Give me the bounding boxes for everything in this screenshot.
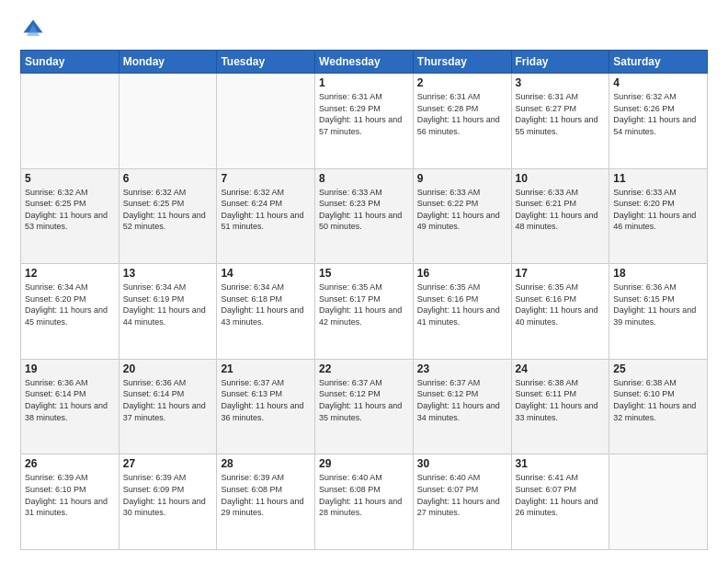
calendar-day-cell: 2Sunrise: 6:31 AM Sunset: 6:28 PM Daylig… [413,74,511,169]
calendar-day-cell: 9Sunrise: 6:33 AM Sunset: 6:22 PM Daylig… [413,168,511,264]
day-number: 24 [516,362,606,375]
calendar-day-cell: 23Sunrise: 6:37 AM Sunset: 6:12 PM Dayli… [413,359,511,454]
calendar-day-cell: 8Sunrise: 6:33 AM Sunset: 6:23 PM Daylig… [315,168,414,264]
day-info: Sunrise: 6:36 AM Sunset: 6:15 PM Dayligh… [613,282,703,327]
day-info: Sunrise: 6:37 AM Sunset: 6:12 PM Dayligh… [417,377,507,423]
day-number: 11 [613,172,703,185]
calendar-day-cell: 1Sunrise: 6:31 AM Sunset: 6:29 PM Daylig… [315,74,414,169]
day-number: 6 [123,172,213,185]
calendar-week-row: 1Sunrise: 6:31 AM Sunset: 6:29 PM Daylig… [21,74,708,169]
calendar-day-cell: 7Sunrise: 6:32 AM Sunset: 6:24 PM Daylig… [217,168,315,264]
calendar-day-cell: 30Sunrise: 6:40 AM Sunset: 6:07 PM Dayli… [413,454,511,550]
day-info: Sunrise: 6:33 AM Sunset: 6:22 PM Dayligh… [417,187,507,233]
day-info: Sunrise: 6:33 AM Sunset: 6:23 PM Dayligh… [319,187,409,233]
header-saturday: Saturday [609,51,708,74]
day-info: Sunrise: 6:39 AM Sunset: 6:08 PM Dayligh… [221,472,311,518]
day-number: 15 [319,267,409,280]
day-info: Sunrise: 6:32 AM Sunset: 6:25 PM Dayligh… [123,187,213,233]
day-number: 13 [123,267,213,280]
day-info: Sunrise: 6:41 AM Sunset: 6:07 PM Dayligh… [516,472,606,518]
day-info: Sunrise: 6:35 AM Sunset: 6:16 PM Dayligh… [417,282,507,327]
calendar-week-row: 12Sunrise: 6:34 AM Sunset: 6:20 PM Dayli… [21,264,708,360]
calendar-day-cell: 14Sunrise: 6:34 AM Sunset: 6:18 PM Dayli… [217,264,315,360]
calendar-day-cell: 13Sunrise: 6:34 AM Sunset: 6:19 PM Dayli… [119,264,217,360]
header-monday: Monday [119,51,217,74]
day-info: Sunrise: 6:33 AM Sunset: 6:20 PM Dayligh… [613,187,703,233]
day-info: Sunrise: 6:36 AM Sunset: 6:14 PM Dayligh… [25,377,115,423]
day-info: Sunrise: 6:34 AM Sunset: 6:19 PM Dayligh… [123,282,213,327]
day-info: Sunrise: 6:37 AM Sunset: 6:12 PM Dayligh… [319,377,409,423]
day-number: 3 [516,76,606,89]
calendar-day-cell [21,74,119,169]
calendar-day-cell: 24Sunrise: 6:38 AM Sunset: 6:11 PM Dayli… [511,359,609,454]
calendar-day-cell: 4Sunrise: 6:32 AM Sunset: 6:26 PM Daylig… [609,74,708,169]
day-number: 17 [516,267,606,280]
calendar-day-cell: 16Sunrise: 6:35 AM Sunset: 6:16 PM Dayli… [413,264,511,360]
header-sunday: Sunday [21,51,119,74]
logo [20,17,50,42]
day-info: Sunrise: 6:35 AM Sunset: 6:17 PM Dayligh… [319,282,409,327]
day-number: 2 [417,76,507,89]
day-number: 22 [319,362,409,375]
day-info: Sunrise: 6:39 AM Sunset: 6:09 PM Dayligh… [123,472,213,518]
header-friday: Friday [511,51,609,74]
calendar-day-cell [217,74,315,169]
calendar-day-cell: 27Sunrise: 6:39 AM Sunset: 6:09 PM Dayli… [119,454,217,550]
day-number: 19 [25,362,115,375]
day-info: Sunrise: 6:31 AM Sunset: 6:29 PM Dayligh… [319,91,409,137]
calendar-week-row: 26Sunrise: 6:39 AM Sunset: 6:10 PM Dayli… [21,454,708,550]
calendar-week-row: 19Sunrise: 6:36 AM Sunset: 6:14 PM Dayli… [21,359,708,454]
day-number: 31 [516,457,606,470]
day-info: Sunrise: 6:32 AM Sunset: 6:25 PM Dayligh… [25,187,115,233]
day-number: 1 [319,76,409,89]
calendar-table: Sunday Monday Tuesday Wednesday Thursday… [20,50,708,550]
day-info: Sunrise: 6:40 AM Sunset: 6:07 PM Dayligh… [417,472,507,518]
calendar-day-cell [119,74,217,169]
day-number: 18 [613,267,703,280]
day-number: 28 [221,457,311,470]
calendar-day-cell: 5Sunrise: 6:32 AM Sunset: 6:25 PM Daylig… [21,168,119,264]
day-number: 9 [417,172,507,185]
day-info: Sunrise: 6:33 AM Sunset: 6:21 PM Dayligh… [516,187,606,233]
day-info: Sunrise: 6:31 AM Sunset: 6:28 PM Dayligh… [417,91,507,137]
calendar-day-cell: 20Sunrise: 6:36 AM Sunset: 6:14 PM Dayli… [119,359,217,454]
day-info: Sunrise: 6:40 AM Sunset: 6:08 PM Dayligh… [319,472,409,518]
calendar-day-cell: 22Sunrise: 6:37 AM Sunset: 6:12 PM Dayli… [315,359,414,454]
day-number: 5 [25,172,115,185]
calendar-day-cell: 6Sunrise: 6:32 AM Sunset: 6:25 PM Daylig… [119,168,217,264]
header-wednesday: Wednesday [315,51,414,74]
day-number: 21 [221,362,311,375]
day-info: Sunrise: 6:31 AM Sunset: 6:27 PM Dayligh… [516,91,606,137]
calendar-week-row: 5Sunrise: 6:32 AM Sunset: 6:25 PM Daylig… [21,168,708,264]
calendar-header-row: Sunday Monday Tuesday Wednesday Thursday… [21,51,708,74]
day-number: 23 [417,362,507,375]
calendar-day-cell: 15Sunrise: 6:35 AM Sunset: 6:17 PM Dayli… [315,264,414,360]
day-info: Sunrise: 6:32 AM Sunset: 6:26 PM Dayligh… [613,91,703,137]
header-tuesday: Tuesday [217,51,315,74]
day-number: 25 [613,362,703,375]
calendar-day-cell: 10Sunrise: 6:33 AM Sunset: 6:21 PM Dayli… [511,168,609,264]
calendar-day-cell: 31Sunrise: 6:41 AM Sunset: 6:07 PM Dayli… [511,454,609,550]
calendar-day-cell [609,454,708,550]
day-number: 10 [516,172,606,185]
day-number: 14 [221,267,311,280]
calendar-day-cell: 18Sunrise: 6:36 AM Sunset: 6:15 PM Dayli… [609,264,708,360]
day-info: Sunrise: 6:38 AM Sunset: 6:11 PM Dayligh… [516,377,606,423]
day-number: 4 [613,76,703,89]
day-number: 12 [25,267,115,280]
day-info: Sunrise: 6:38 AM Sunset: 6:10 PM Dayligh… [613,377,703,423]
day-info: Sunrise: 6:34 AM Sunset: 6:20 PM Dayligh… [25,282,115,327]
calendar-day-cell: 11Sunrise: 6:33 AM Sunset: 6:20 PM Dayli… [609,168,708,264]
calendar-day-cell: 3Sunrise: 6:31 AM Sunset: 6:27 PM Daylig… [511,74,609,169]
day-number: 20 [123,362,213,375]
calendar-day-cell: 25Sunrise: 6:38 AM Sunset: 6:10 PM Dayli… [609,359,708,454]
day-number: 8 [319,172,409,185]
logo-icon [20,17,46,42]
day-info: Sunrise: 6:34 AM Sunset: 6:18 PM Dayligh… [221,282,311,327]
day-info: Sunrise: 6:32 AM Sunset: 6:24 PM Dayligh… [221,187,311,233]
calendar-day-cell: 21Sunrise: 6:37 AM Sunset: 6:13 PM Dayli… [217,359,315,454]
header-thursday: Thursday [413,51,511,74]
day-number: 30 [417,457,507,470]
day-number: 7 [221,172,311,185]
calendar-day-cell: 19Sunrise: 6:36 AM Sunset: 6:14 PM Dayli… [21,359,119,454]
